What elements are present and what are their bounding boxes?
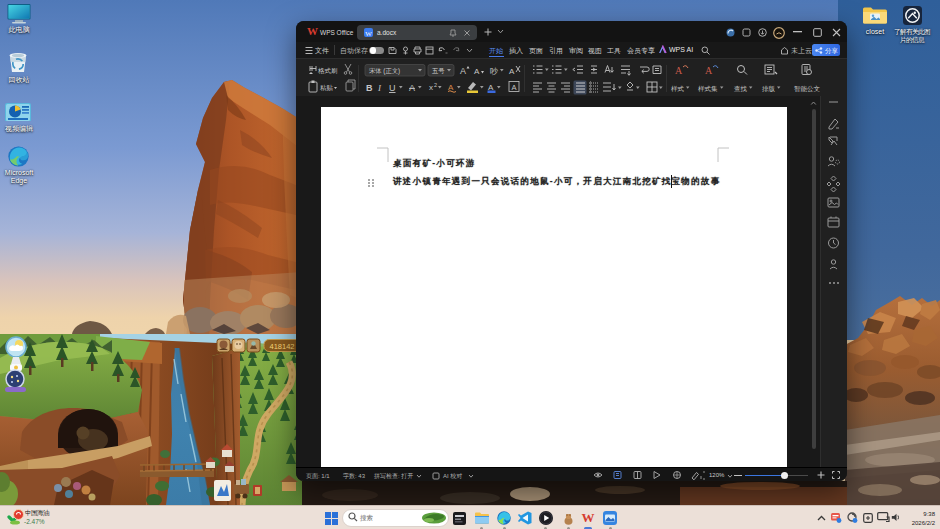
svg-text:A: A <box>512 83 517 92</box>
svg-text:A: A <box>509 67 515 76</box>
svg-text:宋体 (正文): 宋体 (正文) <box>369 67 400 75</box>
svg-text:查找: 查找 <box>734 85 748 92</box>
svg-text:格式刷: 格式刷 <box>317 67 338 75</box>
svg-text:A: A <box>705 65 713 76</box>
svg-text:x: x <box>429 83 433 92</box>
svg-text:粘贴: 粘贴 <box>320 84 334 92</box>
svg-text:样式: 样式 <box>671 85 685 92</box>
svg-text:A: A <box>474 67 480 76</box>
svg-text:A: A <box>675 65 683 76</box>
svg-text:样式集: 样式集 <box>698 85 718 92</box>
svg-text:I: I <box>377 83 382 93</box>
svg-text:418142: 418142 <box>269 342 294 351</box>
svg-text:A: A <box>409 83 415 93</box>
svg-text:吵: 吵 <box>490 67 498 76</box>
svg-text:W: W <box>365 29 372 37</box>
svg-text:2: 2 <box>434 82 437 88</box>
svg-text:智能公文: 智能公文 <box>794 85 821 93</box>
svg-text:B: B <box>366 83 373 93</box>
svg-text:U: U <box>389 83 396 93</box>
svg-text:排版: 排版 <box>762 85 776 93</box>
svg-text:五号: 五号 <box>432 67 445 74</box>
svg-text:A: A <box>460 66 466 76</box>
